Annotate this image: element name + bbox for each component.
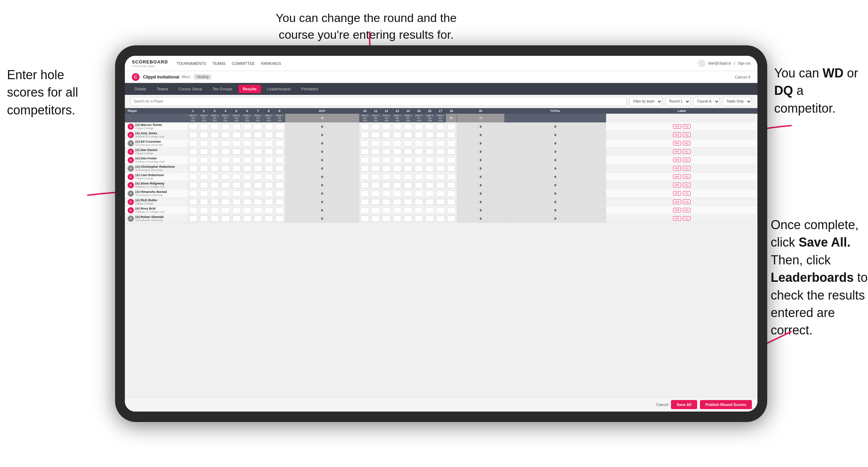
score-hole-18[interactable] <box>446 156 457 164</box>
score-input-hole-2[interactable] <box>200 165 208 172</box>
score-hole-6[interactable] <box>242 189 252 198</box>
score-hole-3[interactable] <box>209 131 220 139</box>
score-hole-15[interactable] <box>414 131 424 139</box>
score-hole-5[interactable] <box>231 131 242 139</box>
score-hole-14[interactable] <box>403 156 414 164</box>
score-input-hole-14[interactable] <box>404 149 412 155</box>
score-hole-8[interactable] <box>263 139 274 148</box>
score-input-hole-10[interactable] <box>361 207 369 213</box>
dq-button[interactable]: DQ <box>683 124 690 129</box>
score-hole-6[interactable] <box>242 148 252 156</box>
score-hole-12[interactable] <box>381 164 392 173</box>
score-input-hole-7[interactable] <box>254 149 262 155</box>
score-hole-6[interactable] <box>242 122 252 131</box>
score-hole-15[interactable] <box>414 189 424 198</box>
score-hole-13[interactable] <box>392 164 403 173</box>
score-input-hole-4[interactable] <box>221 174 230 180</box>
score-hole-17[interactable] <box>435 173 446 181</box>
publish-button[interactable]: Publish Round Scores <box>700 400 752 409</box>
score-hole-5[interactable] <box>231 148 242 156</box>
tab-details[interactable]: Details <box>130 85 151 93</box>
score-input-hole-12[interactable] <box>382 199 391 205</box>
score-hole-7[interactable] <box>252 148 263 156</box>
score-hole-6[interactable] <box>242 181 252 189</box>
score-hole-5[interactable] <box>231 139 242 148</box>
tab-results[interactable]: Results <box>239 85 261 93</box>
cancel-tournament[interactable]: Cancel X <box>735 75 750 79</box>
score-input-hole-4[interactable] <box>221 132 230 138</box>
course-select[interactable]: Course A Course B <box>693 97 720 106</box>
score-input-hole-16[interactable] <box>425 149 434 155</box>
score-hole-2[interactable] <box>198 156 209 164</box>
score-hole-6[interactable] <box>242 173 252 181</box>
search-input[interactable] <box>130 97 627 106</box>
score-hole-7[interactable] <box>252 206 263 214</box>
score-hole-14[interactable] <box>403 206 414 214</box>
score-hole-16[interactable] <box>424 139 435 148</box>
score-input-hole-13[interactable] <box>393 190 401 197</box>
score-input-hole-5[interactable] <box>232 182 241 188</box>
score-hole-17[interactable] <box>435 148 446 156</box>
score-hole-6[interactable] <box>242 198 252 206</box>
score-input-hole-16[interactable] <box>425 140 434 146</box>
score-input-hole-14[interactable] <box>404 132 412 138</box>
round-select[interactable]: Round 1 Round 2 Round 3 Round 4 <box>665 97 690 106</box>
score-hole-10[interactable] <box>360 173 370 181</box>
score-hole-1[interactable] <box>188 131 198 139</box>
score-hole-5[interactable] <box>231 206 242 214</box>
score-hole-6[interactable] <box>242 131 252 139</box>
score-hole-11[interactable] <box>370 139 381 148</box>
score-hole-14[interactable] <box>403 189 414 198</box>
score-input-hole-17[interactable] <box>436 123 445 130</box>
score-hole-12[interactable] <box>381 198 392 206</box>
wd-button[interactable]: WD <box>673 191 681 196</box>
score-input-hole-15[interactable] <box>415 123 423 130</box>
score-hole-7[interactable] <box>252 173 263 181</box>
score-hole-17[interactable] <box>435 206 446 214</box>
score-input-hole-9[interactable] <box>276 132 284 138</box>
score-input-hole-1[interactable] <box>189 165 197 172</box>
score-hole-2[interactable] <box>198 173 209 181</box>
score-hole-11[interactable] <box>370 148 381 156</box>
score-hole-11[interactable] <box>370 206 381 214</box>
score-hole-6[interactable] <box>242 156 252 164</box>
score-input-hole-13[interactable] <box>393 157 401 163</box>
score-input-hole-7[interactable] <box>254 199 262 205</box>
score-hole-5[interactable] <box>231 164 242 173</box>
score-input-hole-4[interactable] <box>221 190 230 197</box>
score-input-hole-12[interactable] <box>382 165 391 172</box>
score-input-hole-13[interactable] <box>393 140 401 146</box>
score-input-hole-1[interactable] <box>189 199 197 205</box>
score-hole-15[interactable] <box>414 198 424 206</box>
score-input-hole-2[interactable] <box>200 123 208 130</box>
score-hole-13[interactable] <box>392 131 403 139</box>
score-input-hole-15[interactable] <box>415 132 423 138</box>
score-hole-10[interactable] <box>360 181 370 189</box>
tab-course-setup[interactable]: Course Setup <box>174 85 206 93</box>
score-hole-14[interactable] <box>403 139 414 148</box>
score-input-hole-7[interactable] <box>254 174 262 180</box>
score-hole-5[interactable] <box>231 214 242 223</box>
score-hole-14[interactable] <box>403 131 414 139</box>
wd-button[interactable]: WD <box>673 166 681 171</box>
score-input-hole-18[interactable] <box>447 207 455 213</box>
score-hole-1[interactable] <box>188 189 198 198</box>
score-input-hole-18[interactable] <box>447 199 455 205</box>
score-input-hole-11[interactable] <box>371 149 380 155</box>
score-hole-9[interactable] <box>274 206 285 214</box>
score-input-hole-17[interactable] <box>436 216 445 222</box>
score-hole-8[interactable] <box>263 181 274 189</box>
score-hole-9[interactable] <box>274 156 285 164</box>
score-hole-2[interactable] <box>198 164 209 173</box>
score-input-hole-16[interactable] <box>425 165 434 172</box>
score-input-hole-4[interactable] <box>221 199 230 205</box>
score-hole-4[interactable] <box>220 181 231 189</box>
score-hole-14[interactable] <box>403 173 414 181</box>
score-hole-1[interactable] <box>188 148 198 156</box>
score-hole-9[interactable] <box>274 198 285 206</box>
score-input-hole-5[interactable] <box>232 123 241 130</box>
score-input-hole-11[interactable] <box>371 216 380 222</box>
score-hole-4[interactable] <box>220 131 231 139</box>
score-input-hole-13[interactable] <box>393 207 401 213</box>
score-input-hole-2[interactable] <box>200 157 208 163</box>
